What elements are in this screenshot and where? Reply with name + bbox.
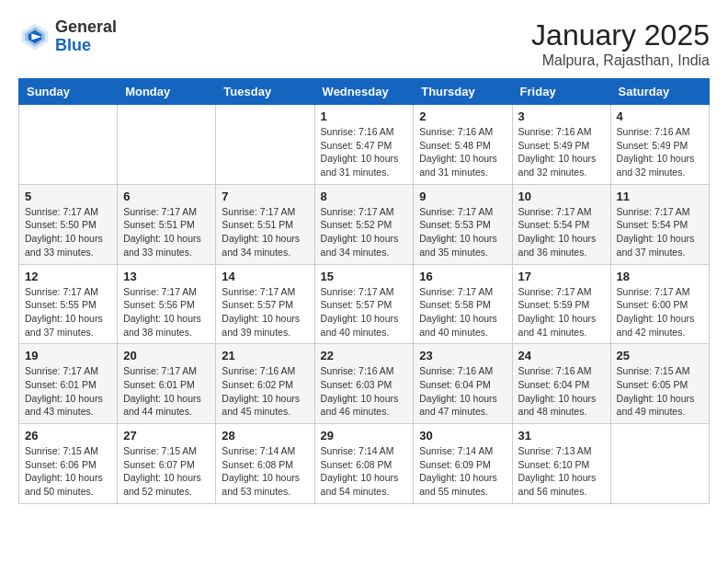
day-number: 19 — [25, 349, 111, 362]
day-info: Sunrise: 7:17 AM Sunset: 5:59 PM Dayligh… — [518, 285, 605, 339]
calendar-cell: 4Sunrise: 7:16 AM Sunset: 5:49 PM Daylig… — [610, 105, 709, 185]
day-info: Sunrise: 7:13 AM Sunset: 6:10 PM Dayligh… — [518, 444, 605, 499]
calendar-cell: 15Sunrise: 7:17 AM Sunset: 5:57 PM Dayli… — [314, 264, 414, 344]
day-info: Sunrise: 7:16 AM Sunset: 5:49 PM Dayligh… — [617, 125, 703, 179]
day-number: 26 — [25, 429, 111, 442]
day-number: 14 — [222, 270, 308, 283]
calendar-cell — [610, 424, 709, 504]
day-number: 5 — [25, 190, 111, 203]
header-saturday: Saturday — [610, 79, 709, 105]
location-title: Malpura, Rajasthan, India — [531, 52, 710, 69]
calendar-cell: 20Sunrise: 7:17 AM Sunset: 6:01 PM Dayli… — [118, 344, 216, 424]
day-number: 29 — [321, 429, 408, 442]
week-row-4: 26Sunrise: 7:15 AM Sunset: 6:06 PM Dayli… — [19, 424, 710, 504]
calendar-cell: 23Sunrise: 7:16 AM Sunset: 6:04 PM Dayli… — [414, 344, 512, 424]
day-info: Sunrise: 7:17 AM Sunset: 6:01 PM Dayligh… — [25, 364, 111, 419]
day-info: Sunrise: 7:17 AM Sunset: 5:52 PM Dayligh… — [321, 205, 408, 259]
day-number: 4 — [617, 109, 703, 123]
day-info: Sunrise: 7:14 AM Sunset: 6:08 PM Dayligh… — [321, 444, 408, 499]
month-title: January 2025 — [531, 18, 710, 52]
day-number: 18 — [617, 270, 703, 283]
day-number: 22 — [321, 349, 408, 362]
day-number: 11 — [617, 190, 703, 203]
day-number: 16 — [419, 270, 506, 283]
calendar-cell: 13Sunrise: 7:17 AM Sunset: 5:56 PM Dayli… — [118, 264, 216, 344]
calendar-cell: 17Sunrise: 7:17 AM Sunset: 5:59 PM Dayli… — [512, 264, 610, 344]
calendar-cell — [118, 105, 216, 185]
day-number: 24 — [518, 349, 605, 362]
calendar-cell: 28Sunrise: 7:14 AM Sunset: 6:08 PM Dayli… — [216, 424, 314, 504]
calendar-cell: 1Sunrise: 7:16 AM Sunset: 5:47 PM Daylig… — [314, 105, 414, 185]
day-info: Sunrise: 7:17 AM Sunset: 5:54 PM Dayligh… — [617, 205, 703, 259]
logo: General Blue — [18, 18, 117, 55]
day-number: 31 — [518, 429, 605, 442]
day-info: Sunrise: 7:16 AM Sunset: 6:04 PM Dayligh… — [419, 364, 506, 419]
day-number: 21 — [222, 349, 308, 362]
day-number: 9 — [419, 190, 506, 203]
calendar-cell: 22Sunrise: 7:16 AM Sunset: 6:03 PM Dayli… — [314, 344, 414, 424]
day-info: Sunrise: 7:17 AM Sunset: 6:01 PM Dayligh… — [123, 364, 210, 419]
day-info: Sunrise: 7:16 AM Sunset: 6:03 PM Dayligh… — [321, 364, 408, 419]
day-info: Sunrise: 7:16 AM Sunset: 6:04 PM Dayligh… — [518, 364, 605, 419]
logo-general: General — [55, 17, 117, 36]
logo-text: General Blue — [55, 18, 117, 55]
page-header: General Blue January 2025 Malpura, Rajas… — [18, 18, 710, 69]
day-number: 2 — [419, 109, 506, 123]
calendar-table: SundayMondayTuesdayWednesdayThursdayFrid… — [18, 78, 710, 504]
day-info: Sunrise: 7:17 AM Sunset: 5:57 PM Dayligh… — [321, 285, 408, 339]
header-wednesday: Wednesday — [314, 79, 414, 105]
header-monday: Monday — [118, 79, 216, 105]
calendar-cell: 27Sunrise: 7:15 AM Sunset: 6:07 PM Dayli… — [118, 424, 216, 504]
logo-blue: Blue — [55, 36, 91, 54]
day-info: Sunrise: 7:14 AM Sunset: 6:08 PM Dayligh… — [222, 444, 308, 499]
calendar-cell — [19, 105, 118, 185]
day-info: Sunrise: 7:17 AM Sunset: 5:55 PM Dayligh… — [25, 285, 111, 339]
day-number: 3 — [518, 109, 605, 123]
day-info: Sunrise: 7:17 AM Sunset: 5:51 PM Dayligh… — [222, 205, 308, 259]
header-friday: Friday — [512, 79, 610, 105]
day-info: Sunrise: 7:17 AM Sunset: 6:00 PM Dayligh… — [617, 285, 703, 339]
day-number: 23 — [419, 349, 506, 362]
day-number: 8 — [321, 190, 408, 203]
day-number: 10 — [518, 190, 605, 203]
day-number: 20 — [123, 349, 210, 362]
header-tuesday: Tuesday — [216, 79, 314, 105]
calendar-cell: 25Sunrise: 7:15 AM Sunset: 6:05 PM Dayli… — [610, 344, 709, 424]
day-number: 6 — [123, 190, 210, 203]
day-info: Sunrise: 7:17 AM Sunset: 5:56 PM Dayligh… — [123, 285, 210, 339]
day-number: 30 — [419, 429, 506, 442]
calendar-cell: 12Sunrise: 7:17 AM Sunset: 5:55 PM Dayli… — [19, 264, 118, 344]
calendar-cell: 14Sunrise: 7:17 AM Sunset: 5:57 PM Dayli… — [216, 264, 314, 344]
header-sunday: Sunday — [19, 79, 118, 105]
day-number: 17 — [518, 270, 605, 283]
day-info: Sunrise: 7:15 AM Sunset: 6:06 PM Dayligh… — [25, 444, 111, 499]
calendar-cell: 18Sunrise: 7:17 AM Sunset: 6:00 PM Dayli… — [610, 264, 709, 344]
calendar-cell: 31Sunrise: 7:13 AM Sunset: 6:10 PM Dayli… — [512, 424, 610, 504]
calendar-cell: 3Sunrise: 7:16 AM Sunset: 5:49 PM Daylig… — [512, 105, 610, 185]
calendar-cell: 30Sunrise: 7:14 AM Sunset: 6:09 PM Dayli… — [414, 424, 512, 504]
day-info: Sunrise: 7:17 AM Sunset: 5:51 PM Dayligh… — [123, 205, 210, 259]
day-number: 12 — [25, 270, 111, 283]
day-number: 1 — [321, 109, 408, 123]
day-info: Sunrise: 7:15 AM Sunset: 6:05 PM Dayligh… — [617, 364, 703, 419]
calendar-cell: 21Sunrise: 7:16 AM Sunset: 6:02 PM Dayli… — [216, 344, 314, 424]
day-number: 15 — [321, 270, 408, 283]
calendar-header-row: SundayMondayTuesdayWednesdayThursdayFrid… — [19, 79, 710, 105]
calendar-cell: 10Sunrise: 7:17 AM Sunset: 5:54 PM Dayli… — [512, 184, 610, 264]
calendar-cell: 11Sunrise: 7:17 AM Sunset: 5:54 PM Dayli… — [610, 184, 709, 264]
week-row-0: 1Sunrise: 7:16 AM Sunset: 5:47 PM Daylig… — [19, 105, 710, 185]
calendar-cell: 26Sunrise: 7:15 AM Sunset: 6:06 PM Dayli… — [19, 424, 118, 504]
week-row-3: 19Sunrise: 7:17 AM Sunset: 6:01 PM Dayli… — [19, 344, 710, 424]
day-number: 28 — [222, 429, 308, 442]
week-row-2: 12Sunrise: 7:17 AM Sunset: 5:55 PM Dayli… — [19, 264, 710, 344]
day-info: Sunrise: 7:17 AM Sunset: 5:54 PM Dayligh… — [518, 205, 605, 259]
calendar-cell: 9Sunrise: 7:17 AM Sunset: 5:53 PM Daylig… — [414, 184, 512, 264]
day-info: Sunrise: 7:16 AM Sunset: 5:48 PM Dayligh… — [419, 125, 506, 179]
calendar-cell: 6Sunrise: 7:17 AM Sunset: 5:51 PM Daylig… — [118, 184, 216, 264]
day-info: Sunrise: 7:17 AM Sunset: 5:57 PM Dayligh… — [222, 285, 308, 339]
logo-icon — [18, 20, 51, 53]
header-thursday: Thursday — [414, 79, 512, 105]
title-block: January 2025 Malpura, Rajasthan, India — [531, 18, 710, 69]
day-info: Sunrise: 7:17 AM Sunset: 5:50 PM Dayligh… — [25, 205, 111, 259]
day-info: Sunrise: 7:17 AM Sunset: 5:53 PM Dayligh… — [419, 205, 506, 259]
